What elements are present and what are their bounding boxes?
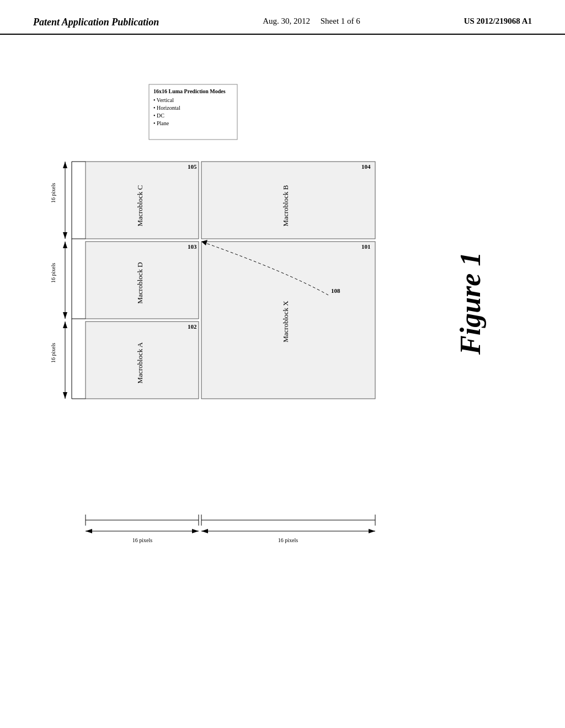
svg-text:104: 104	[361, 163, 371, 170]
svg-text:Macroblock D: Macroblock D	[136, 262, 144, 303]
content-area: 16x16 Luma Prediction Modes • Vertical •…	[0, 35, 565, 713]
svg-text:Macroblock X: Macroblock X	[281, 301, 290, 342]
svg-text:Macroblock C: Macroblock C	[136, 185, 144, 227]
svg-text:• Vertical: • Vertical	[153, 97, 174, 103]
sheet-info: Sheet 1 of 6	[321, 17, 360, 25]
svg-marker-7	[63, 162, 67, 168]
publication-number: US 2012/219068 A1	[464, 17, 532, 26]
svg-text:103: 103	[188, 243, 197, 250]
svg-text:16 pixels: 16 pixels	[278, 537, 298, 543]
publication-date-sheet: Aug. 30, 2012 Sheet 1 of 6	[263, 17, 360, 26]
svg-text:16 pixels: 16 pixels	[50, 263, 56, 283]
svg-text:• Plane: • Plane	[153, 120, 169, 126]
svg-text:105: 105	[188, 163, 197, 170]
figure-label: Figure 1	[455, 252, 486, 355]
svg-marker-20	[192, 529, 199, 533]
svg-text:• DC: • DC	[153, 113, 164, 119]
svg-marker-24	[369, 529, 375, 533]
svg-marker-19	[86, 529, 92, 533]
svg-marker-12	[63, 312, 67, 319]
diagram-svg: 16x16 Luma Prediction Modes • Vertical •…	[0, 35, 565, 713]
svg-text:16 pixels: 16 pixels	[50, 183, 56, 203]
publication-date: Aug. 30, 2012	[263, 17, 310, 25]
svg-marker-16	[63, 392, 67, 399]
svg-text:16 pixels: 16 pixels	[132, 537, 152, 543]
svg-text:102: 102	[188, 323, 197, 330]
svg-marker-23	[201, 529, 208, 533]
svg-text:Macroblock A: Macroblock A	[136, 342, 144, 383]
svg-text:108: 108	[331, 287, 340, 294]
svg-text:Macroblock B: Macroblock B	[281, 185, 290, 226]
svg-marker-8	[63, 232, 67, 239]
svg-text:16 pixels: 16 pixels	[50, 343, 56, 363]
svg-text:• Horizontal: • Horizontal	[153, 105, 180, 111]
publication-type: Patent Application Publication	[33, 17, 159, 28]
page-header: Patent Application Publication Aug. 30, …	[0, 0, 565, 35]
svg-marker-15	[63, 322, 67, 328]
svg-text:16x16 Luma Prediction Modes: 16x16 Luma Prediction Modes	[153, 88, 226, 94]
svg-marker-11	[63, 242, 67, 248]
svg-text:101: 101	[361, 243, 371, 250]
